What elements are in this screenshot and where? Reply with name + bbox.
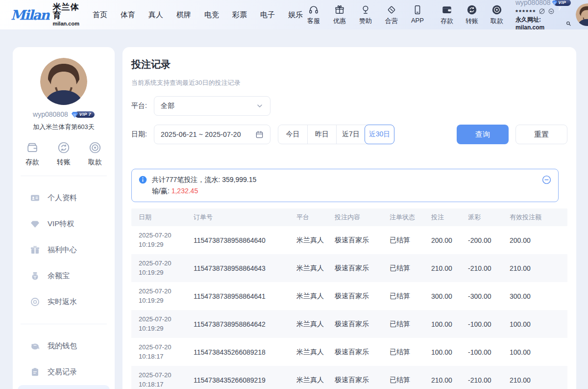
platform-filter-row: 平台: 全部 <box>131 96 567 116</box>
promotions-button[interactable]: 优惠 <box>329 4 350 26</box>
col-header-content: 投注内容 <box>335 213 390 222</box>
sidebar-transfer-button[interactable]: 转账 <box>57 141 71 167</box>
menu-label: VIP特权 <box>48 219 74 229</box>
sidebar-deposit-button[interactable]: 存款 <box>25 141 39 167</box>
cell-platform: 米兰真人 <box>296 292 335 301</box>
range-30days-button[interactable]: 近30日 <box>365 125 394 144</box>
divider <box>21 324 107 324</box>
cell-order-number: 1154738738958864643 <box>194 264 296 272</box>
sidebar-item-yuebao[interactable]: 余额宝 <box>13 263 115 289</box>
cell-order-number: 1154738738958864640 <box>194 236 296 244</box>
range-today-button[interactable]: 今日 <box>278 125 307 144</box>
eye-off-icon[interactable] <box>539 8 545 15</box>
transfer-icon <box>466 4 477 15</box>
cell-platform: 米兰真人 <box>296 264 335 273</box>
sidebar-item-welfare[interactable]: 福利中心 <box>13 237 115 263</box>
date-range-value: 2025-06-21 ~ 2025-07-20 <box>161 130 241 138</box>
deposit-wallet-icon <box>441 4 452 15</box>
reset-button[interactable]: 重置 <box>515 125 567 144</box>
col-header-order: 订单号 <box>194 213 296 222</box>
cell-order-number: 1154738435266089219 <box>194 376 296 384</box>
nav-item-sports[interactable]: 体育 <box>121 10 135 20</box>
cell-date: 2025-07-20 10:19:29 <box>139 231 194 250</box>
platform-select[interactable]: 全部 <box>154 96 270 116</box>
deposit-button[interactable]: 存款 <box>436 4 458 26</box>
sidebar-item-transactions[interactable]: 交易记录 <box>13 359 115 385</box>
nav-item-home[interactable]: 首页 <box>93 10 107 20</box>
headset-icon <box>308 4 319 15</box>
membership-days-label: 加入米兰体育第603天 <box>13 123 115 131</box>
cell-payout: -100.00 <box>468 320 510 328</box>
sidebar-item-vip[interactable]: VIP特权 <box>13 211 115 237</box>
cell-status: 已结算 <box>390 236 431 245</box>
loss-win-value: 1,232.45 <box>172 187 198 195</box>
cell-payout: -200.00 <box>468 236 510 244</box>
sponsor-button[interactable]: 赞助 <box>355 4 376 26</box>
cell-date: 2025-07-20 10:19:29 <box>139 287 194 306</box>
cell-date-time: 10:19:29 <box>139 240 190 250</box>
date-filter-row: 日期: 2025-06-21 ~ 2025-07-20 今日 昨日 近7日 近3… <box>131 125 567 144</box>
minus-circle-icon <box>542 175 551 184</box>
sidebar-menu-group-1: 个人资料 VIP特权 福利中心 余额宝 <box>13 185 115 315</box>
sidebar-item-bet-records[interactable]: 投注记录 <box>18 385 110 389</box>
menu-label: 我的钱包 <box>48 341 77 351</box>
service-label: 赞助 <box>359 17 372 26</box>
search-button[interactable]: 查询 <box>457 125 509 144</box>
sidebar-item-rebate[interactable]: 实时返水 <box>13 289 115 315</box>
gift-box-icon <box>30 245 40 255</box>
range-7days-button[interactable]: 近7日 <box>336 125 365 144</box>
cell-date-day: 2025-07-20 <box>139 259 190 268</box>
refresh-circle-icon[interactable] <box>548 8 555 15</box>
profile-avatar[interactable] <box>40 58 87 105</box>
cell-date-day: 2025-07-20 <box>139 231 190 240</box>
nav-item-esports[interactable]: 电竞 <box>204 10 219 20</box>
nav-item-cards[interactable]: 棋牌 <box>176 10 191 20</box>
top-navbar: Milan 米兰体育 milan.com 首页 体育 真人 棋牌 电竞 彩票 电… <box>0 0 588 29</box>
cell-date-day: 2025-07-20 <box>139 343 190 352</box>
cell-status: 已结算 <box>390 264 431 273</box>
table-row: 2025-07-20 10:19:29 1154738738958864640 … <box>131 226 567 254</box>
col-header-bet: 投注 <box>431 213 468 222</box>
vip-diamond-icon <box>552 0 558 6</box>
summary-totals: 共计777笔投注，流水: 359,999.15 <box>152 174 256 185</box>
service-label: 客服 <box>307 17 320 26</box>
cell-date-day: 2025-07-20 <box>139 287 190 296</box>
sidebar-withdraw-button[interactable]: 取款 <box>88 141 102 167</box>
cell-bet-content: 极速百家乐 <box>335 320 390 329</box>
menu-label: 交易记录 <box>48 367 77 377</box>
nav-item-slots[interactable]: 电子 <box>260 10 275 20</box>
page-subtitle: 当前系统支持查询最近30日的投注记录 <box>131 78 567 87</box>
cell-status: 已结算 <box>390 348 431 357</box>
cell-platform: 米兰真人 <box>296 236 335 245</box>
nav-item-live[interactable]: 真人 <box>148 10 163 20</box>
table-row: 2025-07-20 10:19:29 1154738738958864642 … <box>131 310 567 338</box>
brand-logo[interactable]: Milan 米兰体育 milan.com <box>11 3 79 26</box>
transfer-button[interactable]: 转账 <box>461 4 483 26</box>
app-download-button[interactable]: APP <box>407 4 428 26</box>
range-yesterday-button[interactable]: 昨日 <box>307 125 336 144</box>
collapse-summary-button[interactable] <box>542 175 551 186</box>
info-icon <box>139 176 147 184</box>
sidebar-item-profile[interactable]: 个人资料 <box>13 185 115 211</box>
cell-date-time: 10:18:17 <box>139 352 190 362</box>
nav-item-entertainment[interactable]: 娱乐 <box>288 10 303 20</box>
cell-date-time: 10:18:17 <box>139 380 190 389</box>
customer-service-button[interactable]: 客服 <box>303 4 324 26</box>
magnifier-icon[interactable] <box>566 21 571 26</box>
cell-valid-bet: 100.00 <box>510 348 560 356</box>
withdraw-button[interactable]: 取款 <box>486 4 508 26</box>
sidebar-quick-actions: 存款 转账 取款 <box>17 141 111 167</box>
cell-payout: -300.00 <box>468 292 510 300</box>
user-avatar[interactable] <box>576 3 588 26</box>
vip-badge: VIP 7 <box>71 111 95 118</box>
quick-action-label: 存款 <box>25 158 39 167</box>
platform-label: 平台: <box>131 102 154 110</box>
partnership-button[interactable]: 合营 <box>381 4 402 26</box>
cell-bet-amount: 210.00 <box>431 376 468 384</box>
date-range-input[interactable]: 2025-06-21 ~ 2025-07-20 <box>154 125 270 144</box>
logo-cn-name: 米兰体育 <box>53 3 79 20</box>
nav-item-lottery[interactable]: 彩票 <box>232 10 247 20</box>
sidebar-item-my-wallet[interactable]: 我的钱包 <box>13 333 115 359</box>
summary-loss-win: 输/赢: 1,232.45 <box>152 185 256 197</box>
bet-records-table: 日期 订单号 平台 投注内容 注单状态 投注 派彩 有效投注额 2025-07-… <box>131 208 567 389</box>
